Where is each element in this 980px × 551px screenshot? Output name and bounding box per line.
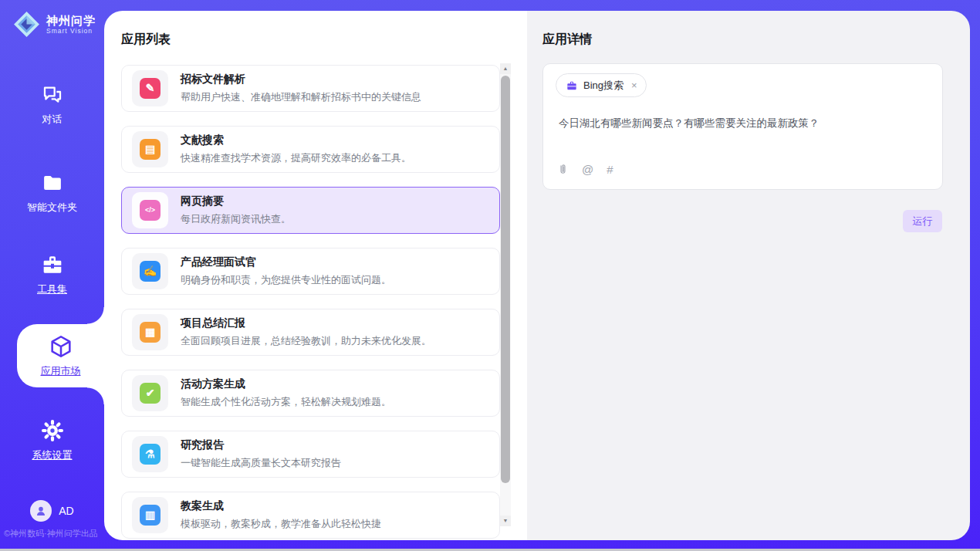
list-scrollbar[interactable]: ▲ ▼	[500, 63, 511, 526]
sidebar-item-toolset[interactable]: 工具集	[0, 252, 104, 296]
cube-icon	[48, 333, 74, 360]
content-area: 应用列表 ✎ 招标文件解析 帮助用户快速、准确地理解和解析招标书中的关键信息 ▤…	[104, 11, 970, 540]
app-card-web-summary[interactable]: </> 网页摘要 每日政府新闻资讯快查。	[121, 187, 500, 234]
sidebar-item-label: 智能文件夹	[27, 201, 77, 215]
interviewer-icon: ✍	[140, 261, 161, 282]
user-account[interactable]: AD	[0, 500, 104, 522]
app-card-research-report[interactable]: ⚗ 研究报告 一键智能生成高质量长文本研究报告	[121, 431, 500, 478]
app-description: 模板驱动，教案秒成，教学准备从此轻松快捷	[181, 517, 381, 531]
close-icon[interactable]: ×	[631, 80, 637, 90]
logo-title: 神州问学	[46, 14, 96, 27]
briefcase-icon	[566, 79, 578, 92]
app-name: 教案生成	[181, 499, 381, 513]
app-detail-panel: 应用详情 Bing搜索 × 今日湖北有哪些新闻要点？有哪些需要关注的最新政策？ …	[527, 11, 970, 540]
tool-chip-label: Bing搜索	[583, 79, 623, 93]
app-description: 智能生成个性化活动方案，轻松解决规划难题。	[181, 395, 391, 409]
sidebar-item-label: 应用市场	[41, 364, 81, 378]
app-icon-container: ✍	[132, 253, 168, 289]
prompt-card: Bing搜索 × 今日湖北有哪些新闻要点？有哪些需要关注的最新政策？ @ #	[542, 63, 943, 190]
sidebar: 神州问学 Smart Vision 对话 智能文件夹 工具集 应用市	[0, 0, 104, 551]
sidebar-item-smart-folder[interactable]: 智能文件夹	[0, 171, 104, 215]
prompt-toolbar: @ #	[557, 163, 613, 176]
app-icon-container: ▤	[132, 131, 168, 167]
app-list-panel: 应用列表 ✎ 招标文件解析 帮助用户快速、准确地理解和解析招标书中的关键信息 ▤…	[104, 11, 527, 540]
app-description: 每日政府新闻资讯快查。	[181, 212, 291, 226]
app-logo: 神州问学 Smart Vision	[12, 10, 96, 39]
app-name: 活动方案生成	[181, 377, 391, 391]
app-cards: ✎ 招标文件解析 帮助用户快速、准确地理解和解析招标书中的关键信息 ▤ 文献搜索…	[121, 65, 500, 540]
person-icon	[35, 505, 47, 517]
gear-icon	[40, 418, 65, 443]
app-card-project-summary[interactable]: ▦ 项目总结汇报 全面回顾项目进展，总结经验教训，助力未来优化发展。	[121, 309, 500, 356]
research-icon: ⚗	[140, 444, 161, 465]
app-card-pm-interviewer[interactable]: ✍ 产品经理面试官 明确身份和职责，为您提供专业性的面试问题。	[121, 248, 500, 295]
book-icon: ▤	[140, 139, 161, 160]
sidebar-item-label: 系统设置	[32, 448, 73, 462]
prompt-input[interactable]: 今日湖北有哪些新闻要点？有哪些需要关注的最新政策？	[559, 116, 927, 130]
clipboard-check-icon: ✔	[140, 383, 161, 404]
paperclip-icon[interactable]	[557, 163, 569, 176]
app-name: 网页摘要	[181, 194, 291, 208]
app-card-event-plan[interactable]: ✔ 活动方案生成 智能生成个性化活动方案，轻松解决规划难题。	[121, 370, 500, 417]
app-description: 一键智能生成高质量长文本研究报告	[181, 456, 341, 470]
sidebar-selected-bubble: 应用市场	[17, 324, 104, 387]
app-icon-container: ▦	[132, 314, 168, 350]
app-card-bid-parse[interactable]: ✎ 招标文件解析 帮助用户快速、准确地理解和解析招标书中的关键信息	[121, 65, 500, 112]
run-button[interactable]: 运行	[903, 210, 942, 232]
app-icon-container: ▥	[132, 497, 168, 533]
hash-icon[interactable]: #	[607, 163, 613, 176]
avatar	[30, 500, 52, 522]
copyright-footer: ©神州数码·神州问学出品	[4, 528, 104, 539]
sidebar-item-label: 工具集	[37, 282, 67, 296]
app-name: 招标文件解析	[181, 73, 421, 86]
logo-diamond-icon	[12, 10, 41, 39]
browser-code-icon: </>	[140, 200, 161, 221]
app-icon-container: </>	[132, 192, 168, 228]
books-icon: ▥	[140, 505, 161, 526]
app-name: 文献搜索	[181, 134, 411, 147]
sidebar-item-app-market[interactable]: 应用市场	[17, 324, 104, 387]
scroll-up-button[interactable]: ▲	[500, 63, 511, 74]
sidebar-item-chat[interactable]: 对话	[0, 83, 104, 127]
app-detail-title: 应用详情	[542, 32, 592, 48]
app-name: 产品经理面试官	[181, 255, 391, 269]
sidebar-item-settings[interactable]: 系统设置	[0, 418, 104, 462]
folder-icon	[40, 171, 65, 195]
app-name: 项目总结汇报	[181, 316, 431, 330]
app-card-literature-search[interactable]: ▤ 文献搜索 快速精准查找学术资源，提高研究效率的必备工具。	[121, 126, 500, 173]
chat-icon	[40, 83, 65, 107]
app-description: 快速精准查找学术资源，提高研究效率的必备工具。	[181, 151, 411, 165]
sidebar-item-label: 对话	[42, 113, 63, 127]
app-card-lesson-plan[interactable]: ▥ 教案生成 模板驱动，教案秒成，教学准备从此轻松快捷	[121, 492, 500, 539]
app-description: 全面回顾项目进展，总结经验教训，助力未来优化发展。	[181, 334, 431, 348]
logo-subtitle: Smart Vision	[46, 27, 96, 35]
app-name: 研究报告	[181, 438, 341, 452]
tool-chip-bing-search[interactable]: Bing搜索 ×	[556, 73, 647, 97]
user-name: AD	[59, 505, 73, 517]
app-description: 帮助用户快速、准确地理解和解析招标书中的关键信息	[181, 90, 421, 104]
app-icon-container: ⚗	[132, 436, 168, 472]
note-icon: ▦	[140, 322, 161, 343]
scroll-down-button[interactable]: ▼	[500, 516, 511, 526]
edit-icon: ✎	[140, 78, 161, 99]
at-icon[interactable]: @	[582, 163, 593, 176]
toolbox-icon	[40, 252, 65, 277]
scrollbar-thumb[interactable]	[501, 76, 510, 483]
app-icon-container: ✎	[132, 70, 168, 106]
app-icon-container: ✔	[132, 375, 168, 411]
app-description: 明确身份和职责，为您提供专业性的面试问题。	[181, 273, 391, 287]
app-list-title: 应用列表	[121, 32, 171, 48]
